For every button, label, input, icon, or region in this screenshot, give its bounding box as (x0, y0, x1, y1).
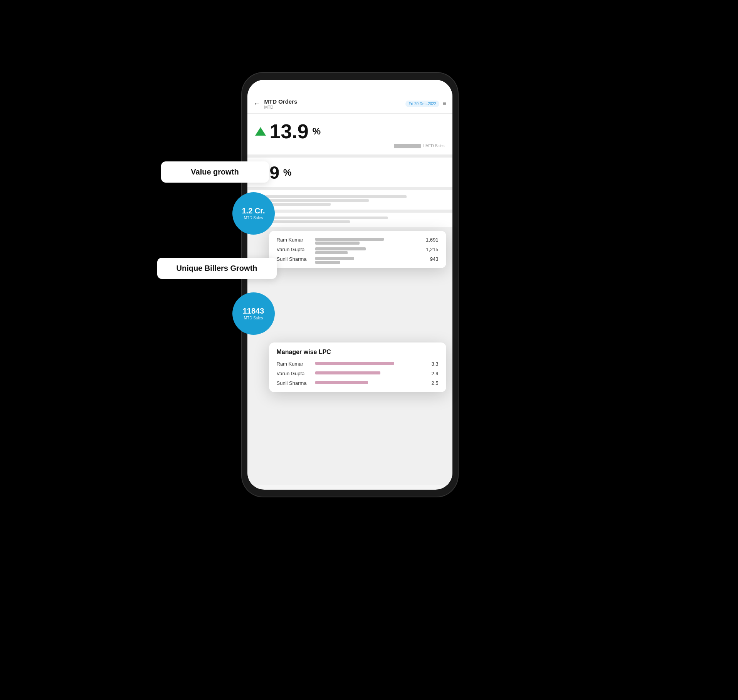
growth-value-1: 13.9 (270, 121, 309, 141)
lpc-card: Manager wise LPC Ram Kumar 3.3 Varun Gup… (269, 342, 446, 392)
row-name: Varun Gupta (277, 247, 311, 252)
bar-container (315, 371, 421, 375)
value-growth-section: 13.9 % LMTD Sales (247, 114, 452, 154)
bar-container (315, 238, 421, 242)
lmtd-label: LMTD Sales (423, 144, 444, 148)
row-name: Sunil Sharma (277, 256, 311, 262)
unique-billers-tooltip: Unique Billers Growth (157, 258, 277, 279)
row-value: 943 (425, 256, 439, 262)
billers-card: Ram Kumar 1,691 Varun Gupta 1,215 Sunil … (269, 231, 446, 268)
mini-bar-group (255, 195, 445, 206)
bar-container (315, 247, 421, 251)
mini-bar-group-2 (255, 217, 445, 223)
bar-fill-2 (315, 251, 348, 254)
back-button[interactable]: ← (254, 100, 261, 108)
growth-percent-1: % (313, 126, 321, 137)
bar-container (315, 257, 421, 261)
growth-row-2: 9 % (255, 164, 445, 181)
mini-bar-4 (255, 217, 388, 219)
bar-fill-2 (315, 261, 341, 264)
lmtd-row: LMTD Sales (255, 144, 445, 148)
circle-label-1: MTD Sales (244, 215, 263, 220)
circle-value-2: 11843 (243, 306, 264, 316)
row-value: 3.3 (425, 361, 439, 367)
growth-percent-2: % (283, 167, 291, 178)
filter-icon[interactable]: ≡ (442, 100, 446, 107)
status-bar (247, 80, 452, 95)
bar-container (315, 381, 421, 385)
up-triangle-icon-1 (255, 127, 266, 136)
header-title-group: MTD Orders MTD (264, 98, 298, 109)
row-value: 2.5 (425, 380, 439, 386)
row-name: Ram Kumar (277, 237, 311, 243)
table-row: Varun Gupta 1,215 (277, 247, 439, 252)
app-title: MTD Orders (264, 98, 298, 105)
bar-fill-pink (315, 381, 368, 384)
lpc-table: Ram Kumar 3.3 Varun Gupta 2.9 Sunil Shar… (277, 361, 439, 386)
unique-billers-section: 9 % (247, 158, 452, 187)
mtd-billers-circle: 11843 MTD Sales (232, 292, 275, 335)
divider-2 (247, 187, 452, 190)
row-value: 1,215 (425, 247, 439, 252)
app-subtitle: MTD (264, 105, 298, 109)
bar-fill-2 (315, 242, 360, 245)
growth-value-2: 9 (270, 164, 280, 181)
value-growth-tooltip: Value growth (161, 161, 269, 183)
phone-device: ← MTD Orders MTD Fri 20 Dec-2022 ≡ (242, 73, 458, 497)
bar-fill (315, 247, 366, 250)
bar-container (315, 362, 421, 366)
row-name: Ram Kumar (277, 361, 311, 367)
scene: ← MTD Orders MTD Fri 20 Dec-2022 ≡ (157, 42, 581, 658)
header-right: Fri 20 Dec-2022 ≡ (405, 100, 446, 107)
row-name: Varun Gupta (277, 371, 311, 376)
date-badge[interactable]: Fri 20 Dec-2022 (405, 101, 439, 107)
bar-fill (315, 238, 384, 241)
circle-label-2: MTD Sales (244, 316, 263, 321)
mini-bars-section (247, 190, 452, 210)
table-row: Varun Gupta 2.9 (277, 371, 439, 376)
divider-3 (247, 210, 452, 213)
mini-bar-2 (255, 199, 369, 202)
bottom-section (247, 213, 452, 227)
phone-screen: ← MTD Orders MTD Fri 20 Dec-2022 ≡ (247, 80, 452, 490)
table-row: Sunil Sharma 943 (277, 256, 439, 262)
value-growth-label: Value growth (191, 168, 239, 176)
circle-value-1: 1.2 Cr. (242, 206, 265, 215)
row-name: Sunil Sharma (277, 380, 311, 386)
table-row: Sunil Sharma 2.5 (277, 380, 439, 386)
divider-1 (247, 154, 452, 158)
screen-content: 13.9 % LMTD Sales 9 % (247, 114, 452, 485)
mtd-sales-circle: 1.2 Cr. MTD Sales (232, 192, 275, 235)
unique-billers-label: Unique Billers Growth (176, 264, 257, 272)
app-header: ← MTD Orders MTD Fri 20 Dec-2022 ≡ (247, 95, 452, 114)
bar-fill (315, 257, 354, 260)
row-value: 2.9 (425, 371, 439, 376)
growth-row-1: 13.9 % (255, 121, 445, 141)
table-row: Ram Kumar 1,691 (277, 237, 439, 243)
row-value: 1,691 (425, 237, 439, 243)
billers-table: Ram Kumar 1,691 Varun Gupta 1,215 Sunil … (277, 237, 439, 262)
bar-fill-pink (315, 371, 381, 374)
table-row: Ram Kumar 3.3 (277, 361, 439, 367)
header-left: ← MTD Orders MTD (254, 98, 298, 109)
bar-fill-pink (315, 362, 395, 365)
mini-bar-1 (255, 195, 407, 198)
lmtd-bar (394, 144, 421, 148)
lpc-card-title: Manager wise LPC (277, 349, 439, 356)
